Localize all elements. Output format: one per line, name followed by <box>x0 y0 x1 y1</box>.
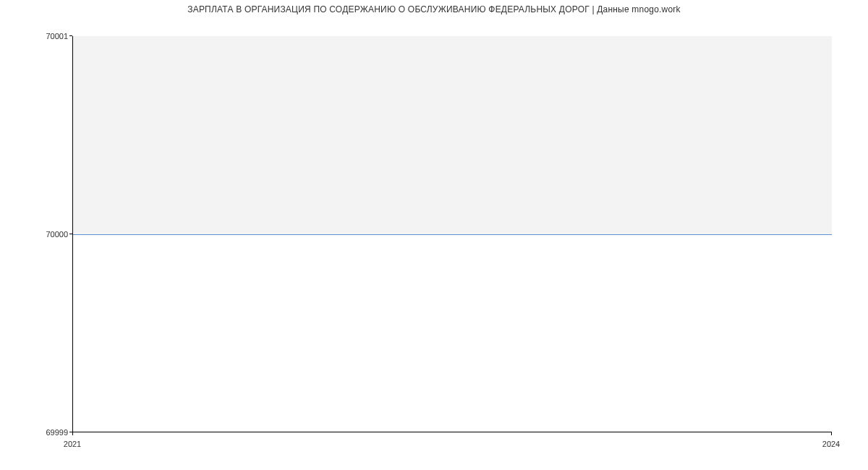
plot-area <box>72 36 832 432</box>
data-line <box>73 234 832 235</box>
x-axis-label: 2024 <box>822 440 840 448</box>
x-tick <box>831 432 832 435</box>
y-tick <box>69 234 72 234</box>
x-tick <box>72 432 73 435</box>
chart-title: ЗАРПЛАТА В ОРГАНИЗАЦИЯ ПО СОДЕРЖАНИЮ О О… <box>0 4 868 14</box>
y-axis-label: 70001 <box>46 32 68 40</box>
x-axis-label: 2021 <box>64 440 81 448</box>
area-fill <box>73 36 832 234</box>
y-axis-label: 70000 <box>46 230 68 239</box>
y-axis-label: 69999 <box>46 428 68 437</box>
y-tick <box>69 35 72 36</box>
